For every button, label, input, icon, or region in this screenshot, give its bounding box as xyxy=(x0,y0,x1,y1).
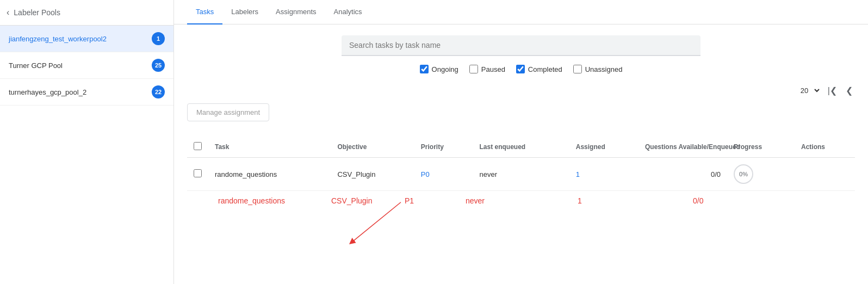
row1-progress-cell: 0% xyxy=(727,158,795,191)
main-panel: Tasks Labelers Assignments Analytics Ong… xyxy=(174,0,868,284)
filter-unassigned[interactable]: Unassigned xyxy=(573,65,623,73)
sidebar-pool3-name: turnerhayes_gcp_pool_2 xyxy=(9,88,86,96)
row1-check-cell xyxy=(187,158,208,191)
col-header-check xyxy=(187,137,208,158)
select-all-checkbox[interactable] xyxy=(194,142,202,150)
col-header-priority: Priority xyxy=(414,137,473,158)
annotation-never: never xyxy=(466,196,485,205)
filter-completed-label: Completed xyxy=(528,65,562,73)
annotation-arrow xyxy=(187,191,855,256)
content-area: Ongoing Paused Completed Unassigned 20 5… xyxy=(174,24,868,284)
row1-questions-cell: 0/0 xyxy=(638,158,727,191)
manage-assignment-button[interactable]: Manage assignment xyxy=(187,103,269,121)
row1-checkbox[interactable] xyxy=(194,169,202,177)
filter-ongoing[interactable]: Ongoing xyxy=(420,65,458,73)
row1-assigned-link[interactable]: 1 xyxy=(576,170,580,178)
sidebar-header-label: Labeler Pools xyxy=(14,8,60,17)
filter-completed[interactable]: Completed xyxy=(516,65,562,73)
tab-bar: Tasks Labelers Assignments Analytics xyxy=(174,0,868,24)
sidebar-pool2-name: Turner GCP Pool xyxy=(9,61,63,70)
sidebar-header[interactable]: ‹ Labeler Pools xyxy=(0,0,173,26)
col-header-last-enqueued: Last enqueued xyxy=(473,137,569,158)
chevron-left-icon: ‹ xyxy=(7,8,9,17)
table-row: randome_questions CSV_Plugin P0 never 1 … xyxy=(187,158,855,191)
row1-progress-circle: 0% xyxy=(734,164,753,184)
row1-priority-cell: P0 xyxy=(414,158,473,191)
row1-objective-cell: CSV_Plugin xyxy=(331,158,414,191)
annotation-task: randome_questions xyxy=(218,196,285,205)
first-page-button[interactable]: |❮ xyxy=(826,84,839,97)
col-header-progress: Progress xyxy=(727,137,795,158)
row1-enqueued-cell: never xyxy=(473,158,569,191)
filter-paused-label: Paused xyxy=(481,65,505,73)
sidebar: ‹ Labeler Pools jianfengzeng_test_worker… xyxy=(0,0,174,284)
search-input[interactable] xyxy=(342,35,700,56)
filter-completed-checkbox[interactable] xyxy=(516,65,525,73)
annotation-obj: CSV_Plugin xyxy=(331,196,373,205)
col-header-task: Task xyxy=(208,137,331,158)
annotation-assigned: 1 xyxy=(578,196,582,205)
filter-unassigned-checkbox[interactable] xyxy=(573,65,582,73)
search-bar xyxy=(342,35,700,56)
row1-task-cell: randome_questions xyxy=(208,158,331,191)
sidebar-pool3-badge: 22 xyxy=(152,85,165,98)
filter-ongoing-checkbox[interactable] xyxy=(420,65,429,73)
tab-assignments[interactable]: Assignments xyxy=(267,0,325,24)
annotation-layer: randome_questions CSV_Plugin P1 never 1 … xyxy=(187,191,855,229)
sidebar-pool1-name: jianfengzeng_test_workerpool2 xyxy=(9,35,107,43)
filter-row: Ongoing Paused Completed Unassigned xyxy=(187,65,855,73)
col-header-actions: Actions xyxy=(795,137,855,158)
filter-ongoing-label: Ongoing xyxy=(432,65,458,73)
table-container: Task Objective Priority Last enqueued As… xyxy=(187,137,855,229)
sidebar-pool1-badge: 1 xyxy=(152,32,165,45)
annotation-pri: P1 xyxy=(405,196,414,205)
filter-unassigned-label: Unassigned xyxy=(585,65,623,73)
prev-page-button[interactable]: ❮ xyxy=(844,84,855,97)
sidebar-item-pool2[interactable]: Turner GCP Pool 25 xyxy=(0,52,173,79)
tab-labelers[interactable]: Labelers xyxy=(222,0,267,24)
pagination-row: 20 50 100 |❮ ❮ xyxy=(187,84,855,97)
table-header-row: Task Objective Priority Last enqueued As… xyxy=(187,137,855,158)
sidebar-item-pool1[interactable]: jianfengzeng_test_workerpool2 1 xyxy=(0,26,173,52)
sidebar-pool2-badge: 25 xyxy=(152,59,165,72)
row1-assigned-cell: 1 xyxy=(569,158,638,191)
per-page-select[interactable]: 20 50 100 xyxy=(798,86,821,95)
col-header-assigned: Assigned xyxy=(569,137,638,158)
annotation-qa: 0/0 xyxy=(693,196,703,205)
tasks-table: Task Objective Priority Last enqueued As… xyxy=(187,137,855,191)
col-header-questions: Questions Available/Enqueued xyxy=(638,137,727,158)
row1-actions-cell xyxy=(795,158,855,191)
tab-tasks[interactable]: Tasks xyxy=(187,0,222,24)
filter-paused-checkbox[interactable] xyxy=(469,65,478,73)
svg-line-0 xyxy=(352,202,401,243)
row1-priority-value: P0 xyxy=(421,170,430,178)
col-header-objective: Objective xyxy=(331,137,414,158)
tab-analytics[interactable]: Analytics xyxy=(325,0,371,24)
sidebar-item-pool3[interactable]: turnerhayes_gcp_pool_2 22 xyxy=(0,79,173,106)
filter-paused[interactable]: Paused xyxy=(469,65,505,73)
